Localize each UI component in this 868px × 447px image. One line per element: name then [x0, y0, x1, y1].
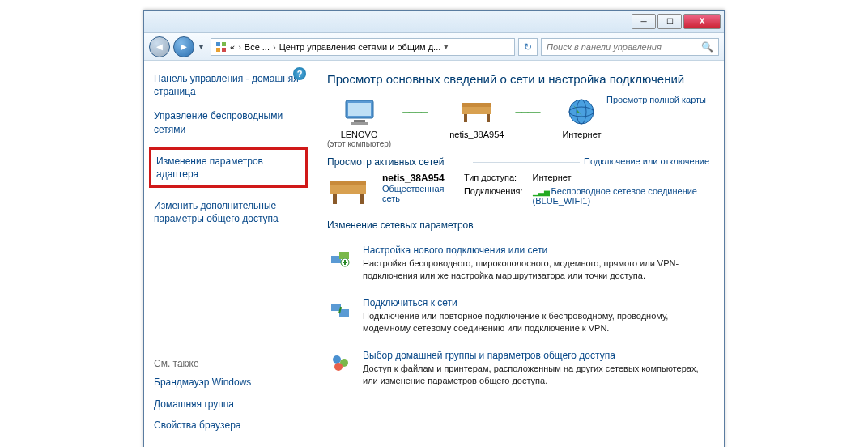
homegroup-icon	[327, 350, 353, 376]
access-type-label: Тип доступа:	[464, 172, 523, 185]
nav-back-button[interactable]: ◄	[149, 36, 170, 57]
node-label: LENOVO	[327, 130, 391, 139]
sidebar-browser[interactable]: Свойства браузера	[154, 419, 303, 432]
breadcrumb-dropdown[interactable]: ▾	[440, 41, 452, 52]
node-router: netis_38A954	[449, 96, 504, 139]
active-networks-title: Просмотр активных сетей Подключение или …	[327, 156, 709, 168]
bench-icon	[327, 172, 369, 208]
window: ─ ☐ X ◄ ► ▼ « › Все ... › Центр управлен…	[143, 10, 725, 447]
breadcrumb[interactable]: « › Все ... › Центр управления сетями и …	[211, 38, 515, 56]
connect-network-icon	[327, 297, 353, 323]
titlebar: ─ ☐ X	[144, 11, 724, 33]
svg-rect-17	[333, 194, 337, 204]
network-details: Тип доступа: Интернет Подключения: ▁▃▅Бе…	[464, 172, 709, 208]
new-connection-icon	[327, 245, 353, 270]
see-also: См. также Брандмауэр Windows Домашняя гр…	[154, 358, 303, 440]
svg-rect-9	[462, 107, 491, 114]
divider	[327, 236, 709, 236]
node-internet: Интернет	[562, 96, 601, 139]
breadcrumb-sep: ›	[235, 42, 245, 52]
param-title[interactable]: Подключиться к сети	[363, 297, 709, 309]
sidebar: ? Панель управления - домашняя страница …	[144, 61, 313, 447]
sidebar-sharing[interactable]: Изменить дополнительные параметры общего…	[154, 199, 303, 225]
sidebar-home[interactable]: Панель управления - домашняя страница	[154, 72, 303, 98]
navbar: ◄ ► ▼ « › Все ... › Центр управления сет…	[144, 33, 724, 61]
param-desc: Настройка беспроводного, широкополосного…	[363, 258, 709, 283]
section-title-text: Просмотр активных сетей	[327, 156, 444, 168]
bench-icon	[457, 96, 496, 128]
svg-point-24	[333, 355, 341, 364]
param-connect-network: Подключиться к сети Подключение или повт…	[327, 297, 709, 335]
svg-rect-1	[222, 42, 226, 46]
refresh-button[interactable]: ↻	[518, 38, 538, 56]
minimize-button[interactable]: ─	[632, 14, 656, 29]
search-icon: 🔍	[701, 41, 713, 53]
change-params-title: Изменение сетевых параметров	[327, 219, 709, 231]
connector-icon	[402, 96, 438, 128]
sidebar-homegroup[interactable]: Домашняя группа	[154, 398, 303, 411]
node-sublabel: (этот компьютер)	[327, 139, 391, 148]
close-button[interactable]: X	[683, 14, 721, 29]
network-info: netis_38A954 Общественная сеть	[382, 172, 451, 208]
svg-point-12	[569, 100, 594, 124]
maximize-button[interactable]: ☐	[657, 14, 682, 29]
svg-rect-15	[330, 181, 366, 185]
active-network: netis_38A954 Общественная сеть Тип досту…	[327, 172, 709, 208]
svg-rect-0	[216, 42, 220, 46]
control-panel-icon	[215, 40, 228, 53]
nav-forward-button[interactable]: ►	[173, 36, 194, 57]
connections-value: ▁▃▅Беспроводное сетевое соединение (BLUE…	[533, 186, 709, 208]
view-full-map-link[interactable]: Просмотр полной карты	[606, 95, 706, 104]
svg-rect-11	[487, 114, 490, 122]
param-desc: Доступ к файлам и принтерам, расположенн…	[363, 363, 709, 388]
svg-rect-2	[216, 48, 220, 52]
svg-rect-16	[330, 185, 366, 194]
param-new-connection: Настройка нового подключения или сети На…	[327, 245, 709, 283]
node-label: netis_38A954	[449, 130, 504, 139]
nav-history-dropdown[interactable]: ▼	[198, 43, 207, 51]
network-type-link[interactable]: Общественная сеть	[382, 184, 451, 203]
see-also-title: См. также	[154, 358, 303, 369]
sidebar-firewall[interactable]: Брандмауэр Windows	[154, 376, 303, 389]
param-title[interactable]: Выбор домашней группы и параметров общег…	[363, 350, 709, 361]
connector-icon	[515, 96, 551, 128]
svg-point-26	[334, 363, 343, 371]
svg-rect-8	[462, 103, 491, 107]
svg-rect-7	[351, 122, 368, 125]
svg-rect-18	[360, 194, 364, 204]
sidebar-adapter-settings[interactable]: Изменение параметров адаптера	[149, 147, 308, 188]
connection-link[interactable]: Беспроводное сетевое соединение (BLUE_WI…	[533, 186, 697, 206]
param-homegroup: Выбор домашней группы и параметров общег…	[327, 350, 709, 388]
page-title: Просмотр основных сведений о сети и наст…	[327, 72, 709, 86]
svg-rect-6	[354, 120, 365, 122]
breadcrumb-seg2[interactable]: Центр управления сетями и общим д...	[279, 42, 441, 52]
sidebar-wireless[interactable]: Управление беспроводными сетями	[154, 109, 303, 135]
connect-disconnect-link[interactable]: Подключение или отключение	[584, 156, 709, 166]
node-label: Интернет	[562, 130, 601, 139]
body: ? Панель управления - домашняя страница …	[144, 61, 724, 447]
signal-icon: ▁▃▅	[533, 188, 550, 196]
breadcrumb-sep: ›	[270, 42, 279, 52]
globe-icon	[562, 96, 601, 128]
network-name: netis_38A954	[382, 172, 451, 184]
help-icon[interactable]: ?	[293, 67, 306, 80]
computer-icon	[340, 96, 379, 128]
param-desc: Подключение или повторное подключение к …	[363, 310, 709, 335]
svg-rect-3	[222, 48, 226, 52]
search-input[interactable]	[547, 42, 701, 52]
connections-label: Подключения:	[464, 186, 523, 208]
node-this-computer: LENOVO (этот компьютер)	[327, 96, 391, 148]
search-box[interactable]: 🔍	[541, 38, 719, 56]
content: Просмотр основных сведений о сети и наст…	[313, 61, 724, 447]
access-type-value: Интернет	[533, 172, 709, 185]
param-title[interactable]: Настройка нового подключения или сети	[363, 245, 709, 256]
breadcrumb-seg1[interactable]: Все ...	[245, 42, 270, 52]
svg-rect-10	[464, 114, 467, 122]
svg-rect-5	[348, 103, 371, 116]
